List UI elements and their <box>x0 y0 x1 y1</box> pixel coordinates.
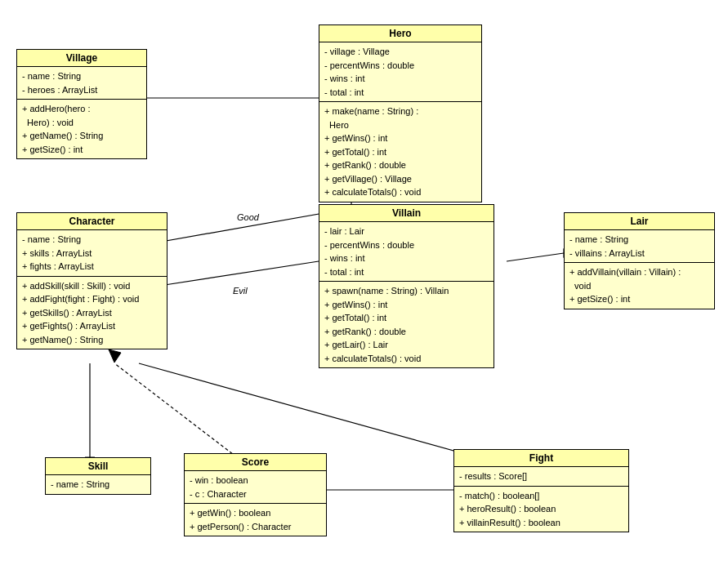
diagram-container: Good Evil Village - name : String - hero… <box>0 0 728 574</box>
fight-class: Fight - results : Score[] - match() : bo… <box>453 449 629 532</box>
lair-methods: + addVillain(villain : Villain) : void +… <box>565 263 714 309</box>
character-class: Character - name : String + skills : Arr… <box>16 212 167 349</box>
hero-class: Hero - village : Village - percentWins :… <box>319 24 482 202</box>
village-title: Village <box>17 50 146 67</box>
fight-attributes: - results : Score[] <box>454 467 628 487</box>
hero-methods: + make(name : String) : Hero + getWins()… <box>319 102 481 202</box>
svg-line-5 <box>159 261 319 286</box>
hero-attributes: - village : Village - percentWins : doub… <box>319 42 481 102</box>
skill-attributes: - name : String <box>46 475 150 494</box>
villain-title: Villain <box>319 205 494 222</box>
score-attributes: - win : boolean - c : Character <box>185 471 326 504</box>
evil-label: Evil <box>233 286 248 296</box>
lair-title: Lair <box>565 213 714 230</box>
character-title: Character <box>17 213 167 230</box>
score-methods: + getWin() : boolean + getPerson() : Cha… <box>185 504 326 536</box>
score-title: Score <box>185 454 326 471</box>
svg-line-15 <box>114 363 237 457</box>
svg-line-11 <box>139 363 507 465</box>
skill-class: Skill - name : String <box>45 457 151 495</box>
villain-methods: + spawn(name : String) : Villain + getWi… <box>319 282 494 367</box>
villain-class: Villain - lair : Lair - percentWins : do… <box>319 204 494 368</box>
svg-line-7 <box>507 253 564 261</box>
fight-methods: - match() : boolean[] + heroResult() : b… <box>454 487 628 532</box>
good-label: Good <box>237 212 259 222</box>
skill-title: Skill <box>46 458 150 475</box>
character-attributes: - name : String + skills : ArrayList + f… <box>17 230 167 277</box>
character-methods: + addSkill(skill : Skill) : void + addFi… <box>17 277 167 349</box>
villain-attributes: - lair : Lair - percentWins : double - w… <box>319 222 494 282</box>
village-attributes: - name : String - heroes : ArrayList <box>17 67 146 100</box>
hero-title: Hero <box>319 25 481 42</box>
lair-attributes: - name : String - villains : ArrayList <box>565 230 714 263</box>
lair-class: Lair - name : String - villains : ArrayL… <box>564 212 715 309</box>
fight-title: Fight <box>454 450 628 467</box>
svg-marker-16 <box>109 349 121 363</box>
village-methods: + addHero(hero : Hero) : void + getName(… <box>17 100 146 158</box>
score-class: Score - win : boolean - c : Character + … <box>184 453 327 536</box>
village-class: Village - name : String - heroes : Array… <box>16 49 147 159</box>
